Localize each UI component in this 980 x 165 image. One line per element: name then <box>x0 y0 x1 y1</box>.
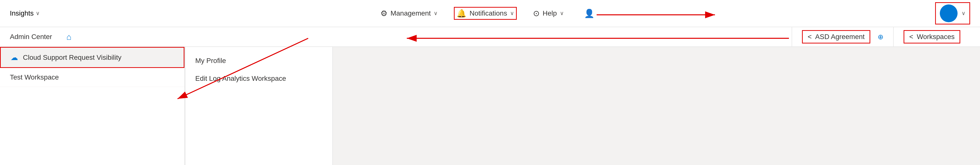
management-chevron-icon: ∨ <box>434 10 438 16</box>
admin-section: Admin Center ⌂ <box>10 27 792 46</box>
edit-log-analytics-item[interactable]: Edit Log Analytics Workspace <box>185 70 332 87</box>
gear-icon: ⚙ <box>380 9 388 18</box>
insights-chevron-icon: ∨ <box>36 10 40 16</box>
test-workspace-label: Test Workspace <box>10 74 59 81</box>
workspaces-section: < Workspaces <box>893 27 970 46</box>
edit-log-analytics-label: Edit Log Analytics Workspace <box>195 75 286 82</box>
asd-agreement-section: < ASD Agreement ⊕ <box>792 27 893 46</box>
back-chevron-icon: < <box>808 33 811 41</box>
workspaces-button[interactable]: < Workspaces <box>904 30 960 43</box>
avatar <box>940 5 958 22</box>
cloud-support-item[interactable]: ☁ Cloud Support Request Visibility <box>0 47 185 68</box>
user-profile-nav[interactable]: 👤 <box>580 6 598 20</box>
sub-navigation-bar: Admin Center ⌂ < ASD Agreement ⊕ < Works… <box>0 27 980 47</box>
main-content-area: ☁ Cloud Support Request Visibility Test … <box>0 47 980 165</box>
workspace-dropdown: My Profile Edit Log Analytics Workspace <box>185 47 333 165</box>
workspaces-label: Workspaces <box>916 33 955 41</box>
top-nav-center: ⚙ Management ∨ 🔔 Notifications ∨ ⊙ Help … <box>45 6 931 20</box>
insights-nav[interactable]: Insights ∨ <box>10 10 40 17</box>
management-label: Management <box>391 10 431 17</box>
user-account-section[interactable]: ∨ <box>935 2 970 24</box>
top-navigation-bar: Insights ∨ ⚙ Management ∨ 🔔 Notification… <box>0 0 980 27</box>
asd-agreement-label: ASD Agreement <box>815 33 865 41</box>
cloud-support-label: Cloud Support Request Visibility <box>23 54 121 61</box>
test-workspace-item[interactable]: Test Workspace <box>0 68 185 87</box>
management-nav[interactable]: ⚙ Management ∨ <box>377 7 442 20</box>
home-icon[interactable]: ⌂ <box>64 30 73 44</box>
admin-center-label: Admin Center <box>10 33 59 41</box>
workspaces-back-chevron-icon: < <box>909 33 913 41</box>
asd-agreement-button[interactable]: < ASD Agreement <box>802 30 870 43</box>
notifications-chevron-icon: ∨ <box>510 10 514 16</box>
help-icon: ⊙ <box>533 9 540 18</box>
person-icon: 👤 <box>584 8 594 18</box>
notifications-label: Notifications <box>469 10 507 17</box>
bell-icon: 🔔 <box>457 9 466 18</box>
insights-label: Insights <box>10 10 34 17</box>
help-chevron-icon: ∨ <box>560 10 564 16</box>
left-panel: ☁ Cloud Support Request Visibility Test … <box>0 47 185 165</box>
my-profile-label: My Profile <box>195 57 226 64</box>
user-chevron-icon: ∨ <box>961 10 966 16</box>
cloud-icon: ☁ <box>11 53 18 62</box>
notifications-nav[interactable]: 🔔 Notifications ∨ <box>454 7 517 20</box>
my-profile-item[interactable]: My Profile <box>185 52 332 70</box>
cloud-link-icon: ⊕ <box>878 33 883 41</box>
help-nav[interactable]: ⊙ Help ∨ <box>529 7 568 20</box>
right-panel: My Profile Edit Log Analytics Workspace <box>185 47 980 165</box>
help-label: Help <box>542 10 557 17</box>
